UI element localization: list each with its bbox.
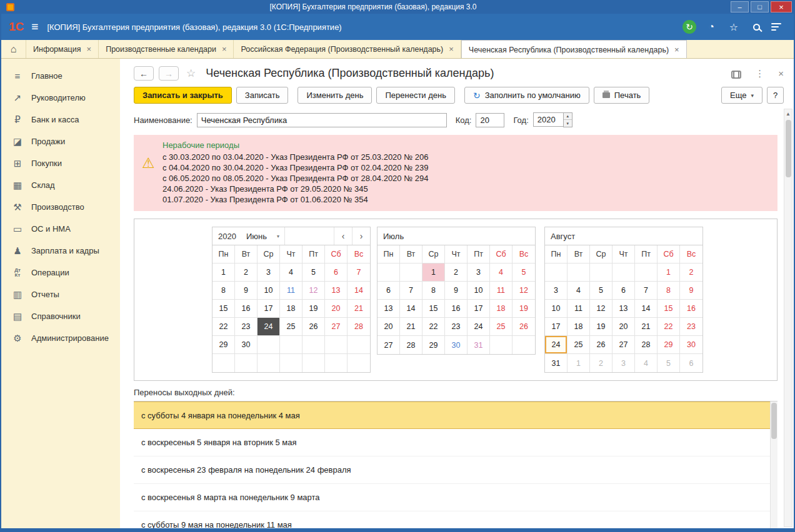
day-cell[interactable]: 30 [445, 336, 468, 354]
day-cell[interactable]: 8 [422, 282, 445, 300]
day-cell[interactable]: 14 [348, 282, 370, 300]
sidebar-item-7[interactable]: ▭ОС и НМА [1, 218, 120, 240]
day-cell[interactable]: 11 [280, 282, 302, 300]
day-cell[interactable]: 7 [348, 264, 370, 282]
sidebar-item-3[interactable]: ◪Продажи [1, 131, 120, 152]
day-cell[interactable]: 23 [445, 318, 468, 336]
day-cell[interactable]: 28 [400, 336, 422, 354]
day-cell[interactable]: 17 [545, 318, 568, 336]
day-cell[interactable]: 20 [378, 318, 400, 336]
day-cell[interactable]: 21 [635, 318, 658, 336]
transfer-row-2[interactable]: с воскресенья 23 февраля на понедельник … [134, 456, 778, 484]
day-cell[interactable]: 4 [490, 264, 512, 282]
day-cell[interactable]: 15 [212, 300, 235, 318]
day-cell[interactable]: 1 [212, 264, 235, 282]
day-cell[interactable]: 20 [325, 300, 348, 318]
day-cell[interactable]: 25 [568, 336, 590, 354]
sidebar-item-5[interactable]: ▦Склад [1, 174, 120, 196]
tab-item-1[interactable]: Производственные календари× [99, 40, 234, 58]
search-icon[interactable] [749, 19, 764, 34]
day-cell[interactable]: 2 [445, 264, 468, 282]
day-cell[interactable]: 26 [512, 318, 535, 336]
sidebar-item-6[interactable]: ⚒Производство [1, 196, 120, 218]
day-cell[interactable]: 3 [258, 264, 280, 282]
day-cell[interactable]: 7 [635, 282, 658, 300]
back-button[interactable]: ← [134, 66, 154, 81]
code-input[interactable] [476, 113, 504, 127]
day-cell[interactable]: 5 [512, 264, 535, 282]
day-cell[interactable]: 1 [422, 264, 445, 282]
day-cell[interactable]: 29 [212, 336, 235, 354]
more-button[interactable]: Еще ▾ [721, 87, 762, 104]
sidebar-item-4[interactable]: ⊞Покупки [1, 152, 120, 174]
day-cell[interactable]: 12 [302, 282, 325, 300]
tab-item-0[interactable]: Информация× [26, 40, 99, 58]
day-cell[interactable]: 5 [658, 354, 680, 372]
day-cell[interactable]: 2 [590, 354, 612, 372]
day-cell[interactable]: 3 [545, 282, 568, 300]
tab-close-icon[interactable]: × [87, 44, 92, 54]
forward-button[interactable]: → [159, 66, 179, 81]
day-cell[interactable]: 17 [468, 300, 490, 318]
day-cell[interactable]: 6 [378, 282, 400, 300]
day-cell[interactable]: 22 [658, 318, 680, 336]
history-icon[interactable]: ◔ [704, 19, 719, 34]
day-cell[interactable]: 31 [468, 336, 490, 354]
tab-item-2[interactable]: Российская Федерация (Производственный к… [234, 40, 461, 58]
day-cell[interactable]: 14 [400, 300, 422, 318]
day-cell[interactable]: 28 [348, 318, 370, 336]
day-cell[interactable]: 9 [680, 282, 702, 300]
day-cell[interactable]: 29 [422, 336, 445, 354]
day-cell[interactable]: 21 [400, 318, 422, 336]
change-day-button[interactable]: Изменить день [298, 87, 372, 104]
fill-default-button[interactable]: ↻ Заполнить по умолчанию [464, 87, 589, 104]
more-dots-icon[interactable]: ⋮ [755, 68, 764, 79]
help-button[interactable]: ? [767, 87, 784, 104]
day-cell[interactable]: 11 [568, 300, 590, 318]
main-scrollbar[interactable]: ▲ [784, 109, 792, 527]
day-cell[interactable]: 4 [568, 282, 590, 300]
day-cell[interactable]: 10 [545, 300, 568, 318]
save-close-button[interactable]: Записать и закрыть [134, 87, 232, 104]
day-cell[interactable]: 2 [235, 264, 258, 282]
day-cell[interactable]: 3 [612, 354, 635, 372]
year-input[interactable] [533, 112, 563, 127]
day-cell[interactable]: 30 [235, 336, 258, 354]
day-cell[interactable]: 23 [680, 318, 702, 336]
day-cell[interactable]: 17 [258, 300, 280, 318]
day-cell[interactable]: 28 [635, 336, 658, 354]
day-cell[interactable]: 16 [235, 300, 258, 318]
day-cell[interactable]: 31 [545, 354, 568, 372]
main-menu-icon[interactable]: ≡ [31, 20, 38, 34]
transfer-row-4[interactable]: с субботы 9 мая на понедельник 11 мая [134, 511, 778, 528]
day-cell[interactable]: 22 [422, 318, 445, 336]
year-select[interactable]: 2020 [212, 232, 236, 241]
day-cell[interactable]: 25 [490, 318, 512, 336]
year-down-button[interactable]: ▾ [564, 120, 572, 127]
day-cell[interactable]: 27 [612, 336, 635, 354]
day-cell[interactable]: 19 [590, 318, 612, 336]
minimize-button[interactable]: – [731, 1, 749, 12]
day-cell[interactable]: 19 [302, 300, 325, 318]
prev-month-button[interactable]: ‹ [334, 227, 352, 245]
print-button[interactable]: Печать [594, 87, 650, 104]
sidebar-item-12[interactable]: ⚙Администрирование [1, 327, 120, 349]
day-cell[interactable]: 6 [680, 354, 702, 372]
year-up-button[interactable]: ▴ [564, 113, 572, 120]
sidebar-item-0[interactable]: ≡Главное [1, 65, 120, 87]
day-cell[interactable]: 12 [590, 300, 612, 318]
sidebar-item-10[interactable]: ▥Отчеты [1, 283, 120, 305]
day-cell[interactable]: 20 [612, 318, 635, 336]
maximize-button[interactable]: □ [751, 1, 769, 12]
sidebar-item-8[interactable]: ♟Зарплата и кадры [1, 240, 120, 262]
day-cell[interactable]: 15 [658, 300, 680, 318]
day-cell[interactable]: 6 [325, 264, 348, 282]
day-cell[interactable]: 16 [680, 300, 702, 318]
day-cell[interactable]: 18 [280, 300, 302, 318]
day-cell[interactable]: 27 [325, 318, 348, 336]
day-cell[interactable]: 13 [325, 282, 348, 300]
day-cell[interactable]: 26 [302, 318, 325, 336]
day-cell[interactable]: 4 [280, 264, 302, 282]
day-cell[interactable]: 23 [235, 318, 258, 336]
transfer-row-1[interactable]: с воскресенья 5 января на вторник 5 мая [134, 429, 778, 456]
